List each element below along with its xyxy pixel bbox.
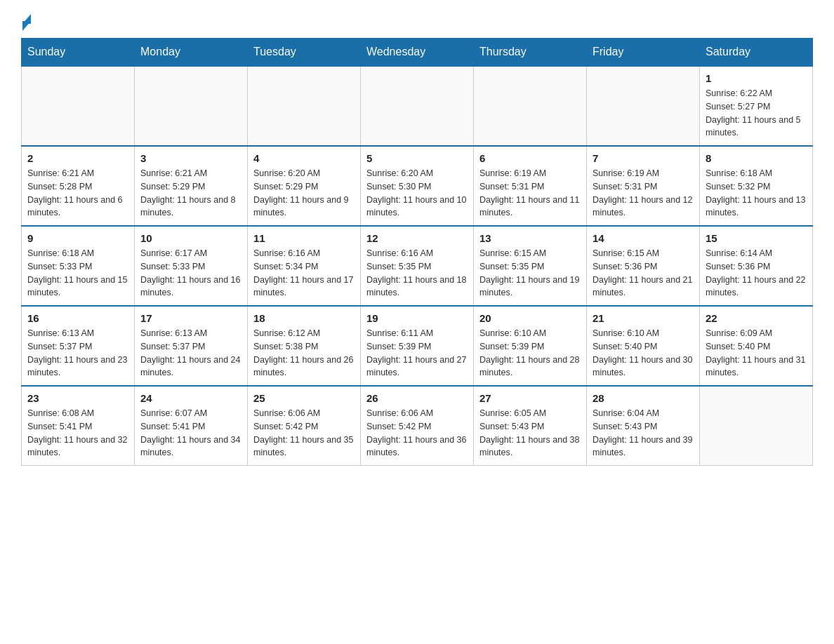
day-info: Sunrise: 6:19 AMSunset: 5:31 PMDaylight:… [479, 167, 581, 220]
calendar-cell: 20Sunrise: 6:10 AMSunset: 5:39 PMDayligh… [474, 306, 587, 386]
day-number: 8 [706, 152, 807, 164]
day-info: Sunrise: 6:22 AMSunset: 5:27 PMDaylight:… [706, 87, 807, 140]
day-info: Sunrise: 6:04 AMSunset: 5:43 PMDaylight:… [593, 407, 694, 459]
week-row-3: 9Sunrise: 6:18 AMSunset: 5:33 PMDaylight… [22, 226, 813, 306]
calendar-cell [474, 66, 587, 146]
day-number: 22 [706, 312, 807, 324]
day-number: 27 [479, 392, 581, 404]
day-number: 21 [593, 312, 694, 324]
calendar-cell: 5Sunrise: 6:20 AMSunset: 5:30 PMDaylight… [361, 146, 474, 226]
calendar-cell [248, 66, 361, 146]
weekday-header-friday: Friday [587, 39, 700, 67]
day-number: 24 [140, 392, 241, 404]
weekday-header-row: SundayMondayTuesdayWednesdayThursdayFrid… [22, 39, 813, 67]
day-info: Sunrise: 6:18 AMSunset: 5:32 PMDaylight:… [706, 167, 807, 220]
day-number: 26 [366, 392, 468, 404]
week-row-4: 16Sunrise: 6:13 AMSunset: 5:37 PMDayligh… [22, 306, 813, 386]
day-number: 4 [253, 152, 355, 164]
day-number: 11 [253, 232, 355, 244]
day-number: 14 [593, 232, 694, 244]
day-number: 9 [27, 232, 128, 244]
day-number: 5 [366, 152, 468, 164]
day-number: 13 [479, 232, 581, 244]
day-info: Sunrise: 6:10 AMSunset: 5:40 PMDaylight:… [593, 327, 694, 380]
calendar-table: SundayMondayTuesdayWednesdayThursdayFrid… [21, 38, 813, 466]
day-info: Sunrise: 6:05 AMSunset: 5:43 PMDaylight:… [479, 407, 581, 459]
day-number: 18 [253, 312, 355, 324]
calendar-cell [135, 66, 248, 146]
calendar-cell: 18Sunrise: 6:12 AMSunset: 5:38 PMDayligh… [248, 306, 361, 386]
calendar-cell: 2Sunrise: 6:21 AMSunset: 5:28 PMDaylight… [22, 146, 135, 226]
calendar-cell: 14Sunrise: 6:15 AMSunset: 5:36 PMDayligh… [587, 226, 700, 306]
day-info: Sunrise: 6:19 AMSunset: 5:31 PMDaylight:… [593, 167, 694, 220]
day-number: 25 [253, 392, 355, 404]
calendar-cell [587, 66, 700, 146]
calendar-cell: 27Sunrise: 6:05 AMSunset: 5:43 PMDayligh… [474, 386, 587, 466]
day-info: Sunrise: 6:15 AMSunset: 5:36 PMDaylight:… [593, 247, 694, 300]
day-number: 15 [706, 232, 807, 244]
calendar-cell: 28Sunrise: 6:04 AMSunset: 5:43 PMDayligh… [587, 386, 700, 466]
weekday-header-thursday: Thursday [474, 39, 587, 67]
calendar-cell [700, 386, 813, 466]
day-number: 16 [27, 312, 128, 324]
weekday-header-wednesday: Wednesday [361, 39, 474, 67]
calendar-cell: 4Sunrise: 6:20 AMSunset: 5:29 PMDaylight… [248, 146, 361, 226]
day-number: 3 [140, 152, 241, 164]
calendar-cell: 1Sunrise: 6:22 AMSunset: 5:27 PMDaylight… [700, 66, 813, 146]
calendar-cell: 25Sunrise: 6:06 AMSunset: 5:42 PMDayligh… [248, 386, 361, 466]
day-info: Sunrise: 6:21 AMSunset: 5:29 PMDaylight:… [140, 167, 241, 220]
calendar-cell: 23Sunrise: 6:08 AMSunset: 5:41 PMDayligh… [22, 386, 135, 466]
day-number: 12 [366, 232, 468, 244]
day-number: 7 [593, 152, 694, 164]
calendar-cell: 11Sunrise: 6:16 AMSunset: 5:34 PMDayligh… [248, 226, 361, 306]
calendar-cell: 19Sunrise: 6:11 AMSunset: 5:39 PMDayligh… [361, 306, 474, 386]
calendar-cell: 21Sunrise: 6:10 AMSunset: 5:40 PMDayligh… [587, 306, 700, 386]
week-row-2: 2Sunrise: 6:21 AMSunset: 5:28 PMDaylight… [22, 146, 813, 226]
calendar-cell: 3Sunrise: 6:21 AMSunset: 5:29 PMDaylight… [135, 146, 248, 226]
day-info: Sunrise: 6:12 AMSunset: 5:38 PMDaylight:… [253, 327, 355, 380]
day-info: Sunrise: 6:07 AMSunset: 5:41 PMDaylight:… [140, 407, 241, 459]
calendar-cell: 17Sunrise: 6:13 AMSunset: 5:37 PMDayligh… [135, 306, 248, 386]
calendar-cell [361, 66, 474, 146]
day-info: Sunrise: 6:21 AMSunset: 5:28 PMDaylight:… [27, 167, 128, 220]
calendar-cell: 8Sunrise: 6:18 AMSunset: 5:32 PMDaylight… [700, 146, 813, 226]
day-info: Sunrise: 6:09 AMSunset: 5:40 PMDaylight:… [706, 327, 807, 380]
day-info: Sunrise: 6:13 AMSunset: 5:37 PMDaylight:… [140, 327, 241, 380]
calendar-cell: 15Sunrise: 6:14 AMSunset: 5:36 PMDayligh… [700, 226, 813, 306]
day-info: Sunrise: 6:06 AMSunset: 5:42 PMDaylight:… [253, 407, 355, 459]
day-number: 19 [366, 312, 468, 324]
weekday-header-monday: Monday [135, 39, 248, 67]
day-info: Sunrise: 6:10 AMSunset: 5:39 PMDaylight:… [479, 327, 581, 380]
day-info: Sunrise: 6:11 AMSunset: 5:39 PMDaylight:… [366, 327, 468, 380]
calendar-cell: 6Sunrise: 6:19 AMSunset: 5:31 PMDaylight… [474, 146, 587, 226]
calendar-cell [22, 66, 135, 146]
day-number: 1 [706, 72, 807, 84]
calendar-cell: 26Sunrise: 6:06 AMSunset: 5:42 PMDayligh… [361, 386, 474, 466]
calendar-cell: 22Sunrise: 6:09 AMSunset: 5:40 PMDayligh… [700, 306, 813, 386]
weekday-header-sunday: Sunday [22, 39, 135, 67]
weekday-header-tuesday: Tuesday [248, 39, 361, 67]
weekday-header-saturday: Saturday [700, 39, 813, 67]
calendar-cell: 9Sunrise: 6:18 AMSunset: 5:33 PMDaylight… [22, 226, 135, 306]
day-info: Sunrise: 6:06 AMSunset: 5:42 PMDaylight:… [366, 407, 468, 459]
day-info: Sunrise: 6:18 AMSunset: 5:33 PMDaylight:… [27, 247, 128, 300]
day-number: 23 [27, 392, 128, 404]
day-number: 20 [479, 312, 581, 324]
calendar-cell: 10Sunrise: 6:17 AMSunset: 5:33 PMDayligh… [135, 226, 248, 306]
week-row-5: 23Sunrise: 6:08 AMSunset: 5:41 PMDayligh… [22, 386, 813, 466]
day-info: Sunrise: 6:08 AMSunset: 5:41 PMDaylight:… [27, 407, 128, 459]
day-info: Sunrise: 6:20 AMSunset: 5:29 PMDaylight:… [253, 167, 355, 220]
calendar-cell: 7Sunrise: 6:19 AMSunset: 5:31 PMDaylight… [587, 146, 700, 226]
day-number: 10 [140, 232, 241, 244]
calendar-cell: 16Sunrise: 6:13 AMSunset: 5:37 PMDayligh… [22, 306, 135, 386]
week-row-1: 1Sunrise: 6:22 AMSunset: 5:27 PMDaylight… [22, 66, 813, 146]
day-number: 6 [479, 152, 581, 164]
day-info: Sunrise: 6:16 AMSunset: 5:34 PMDaylight:… [253, 247, 355, 300]
day-number: 2 [27, 152, 128, 164]
day-info: Sunrise: 6:15 AMSunset: 5:35 PMDaylight:… [479, 247, 581, 300]
calendar-cell: 13Sunrise: 6:15 AMSunset: 5:35 PMDayligh… [474, 226, 587, 306]
day-info: Sunrise: 6:13 AMSunset: 5:37 PMDaylight:… [27, 327, 128, 380]
calendar-cell: 24Sunrise: 6:07 AMSunset: 5:41 PMDayligh… [135, 386, 248, 466]
day-info: Sunrise: 6:17 AMSunset: 5:33 PMDaylight:… [140, 247, 241, 300]
calendar-cell: 12Sunrise: 6:16 AMSunset: 5:35 PMDayligh… [361, 226, 474, 306]
